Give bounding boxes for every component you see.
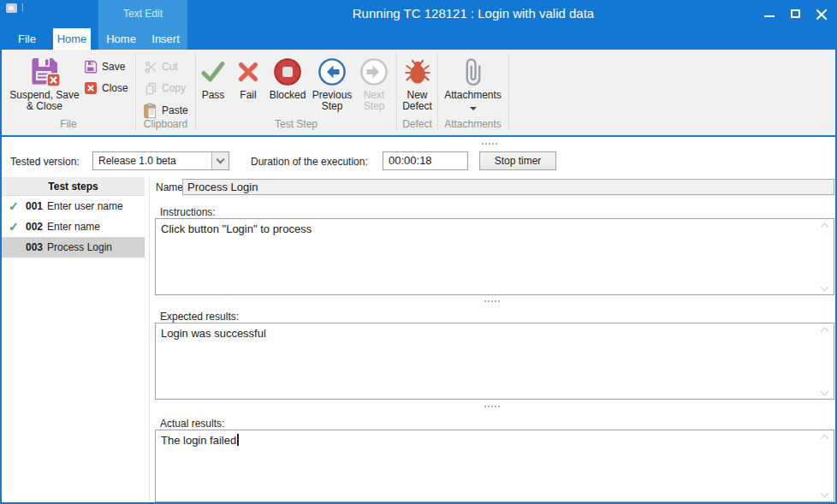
test-steps-panel: Test steps ✓ 001 Enter user name ✓ 002 E…: [2, 177, 145, 502]
actual-results-label: Actual results:: [160, 418, 224, 430]
save-button[interactable]: Save: [84, 57, 125, 76]
copy-button[interactable]: Copy: [145, 79, 186, 98]
expected-results-text: Login was successful: [161, 327, 266, 340]
window-title: Running TC 128121 : Login with valid dat…: [353, 0, 594, 28]
text-cursor: [237, 434, 238, 446]
titlebar: Text Edit Running TC 128121 : Login with…: [0, 0, 837, 28]
actual-results-textarea[interactable]: The login failed: [155, 430, 834, 502]
combo-dropdown-button[interactable]: [211, 152, 229, 169]
step-row-002[interactable]: ✓ 002 Enter name: [2, 216, 145, 237]
scroll-up-icon[interactable]: [821, 328, 829, 336]
tab-file[interactable]: File: [7, 28, 47, 50]
paperclip-icon: [464, 56, 483, 88]
contextual-tabs: Home Insert: [98, 28, 187, 50]
ribbon-group-clipboard: Cut Copy Paste Clipboard: [136, 51, 195, 132]
panel-splitter[interactable]: [149, 175, 150, 502]
scroll-down-icon[interactable]: [821, 283, 829, 292]
fail-button[interactable]: Fail: [230, 51, 266, 101]
next-step-button[interactable]: Next Step: [355, 51, 393, 112]
execution-toolbar: Tested version: Release 1.0 beta Duratio…: [0, 137, 837, 175]
pass-button[interactable]: Pass: [196, 51, 230, 101]
contextual-tab-home[interactable]: Home: [103, 28, 140, 50]
ribbon-group-defect: New Defect Defect: [397, 51, 437, 132]
close-icon: [816, 9, 827, 20]
arrow-right-circle-icon: [359, 56, 389, 88]
pass-button-label: Pass: [202, 90, 225, 101]
scissors-icon: [145, 61, 157, 74]
step-label: Enter name: [47, 216, 100, 237]
new-defect-button[interactable]: New Defect: [398, 51, 437, 112]
stop-timer-button[interactable]: Stop timer: [479, 151, 556, 170]
expected-results-label: Expected results:: [160, 311, 239, 323]
tested-version-combobox[interactable]: Release 1.0 beta: [92, 151, 229, 170]
step-passed-check-icon: ✓: [9, 216, 19, 237]
next-step-label-line2: Step: [364, 101, 385, 112]
close-button[interactable]: [808, 0, 834, 28]
group-label-clipboard: Clipboard: [136, 118, 195, 130]
expected-results-textarea[interactable]: Login was successful: [155, 323, 834, 400]
ribbon-group-attachments: Attachments Attachments: [438, 51, 508, 132]
scroll-up-icon[interactable]: [821, 435, 829, 443]
cut-button[interactable]: Cut: [145, 57, 178, 76]
step-row-003-selected[interactable]: 003 Process Login: [2, 237, 145, 258]
chevron-down-icon: [217, 156, 225, 164]
attachments-button[interactable]: Attachments: [439, 51, 508, 110]
main-area: Test steps ✓ 001 Enter user name ✓ 002 E…: [0, 175, 837, 504]
instructions-text: Click button "Login" to process: [161, 222, 312, 235]
duration-label: Duration of the execution:: [251, 156, 368, 168]
contextual-group-caption: Text Edit: [98, 0, 187, 28]
x-mark-icon: [235, 56, 261, 88]
copy-button-label: Copy: [162, 82, 186, 94]
cut-button-label: Cut: [162, 61, 178, 73]
close-button-label: Close: [102, 82, 128, 94]
step-number: 001: [26, 196, 43, 216]
splitter-grip[interactable]: [482, 143, 484, 145]
paste-button[interactable]: Paste: [143, 101, 188, 120]
instructions-textarea[interactable]: Click button "Login" to process: [155, 218, 834, 295]
duration-input[interactable]: 00:00:18: [383, 151, 468, 170]
tab-home-selected[interactable]: Home: [53, 28, 91, 50]
scroll-up-icon[interactable]: [821, 223, 829, 232]
arrow-left-circle-icon: [318, 56, 347, 88]
group-label-test-step: Test Step: [196, 118, 396, 130]
scroll-down-icon[interactable]: [821, 388, 829, 396]
dropdown-caret-icon: [470, 107, 477, 110]
new-defect-label-line2: Defect: [402, 101, 432, 112]
save-close-icon: [28, 55, 61, 87]
name-field[interactable]: Process Login: [182, 179, 834, 195]
window-border: [0, 50, 2, 504]
bug-icon: [405, 56, 430, 88]
titlebar-divider: [22, 3, 23, 11]
actual-results-text: The login failed: [161, 434, 236, 447]
splitter-grip[interactable]: [484, 300, 486, 302]
step-label: Process Login: [47, 237, 112, 258]
stop-icon: [273, 56, 302, 88]
tested-version-value: Release 1.0 beta: [93, 155, 211, 167]
ribbon-close-button[interactable]: Close: [84, 79, 128, 98]
previous-step-button[interactable]: Previous Step: [309, 51, 355, 112]
window-controls: [757, 0, 834, 28]
maximize-button[interactable]: [782, 0, 808, 28]
splitter-grip[interactable]: [484, 406, 486, 407]
ribbon-bottom-accent: [0, 135, 837, 137]
app-icon[interactable]: [6, 3, 17, 13]
step-passed-check-icon: ✓: [9, 196, 19, 216]
save-button-label: Save: [102, 61, 125, 73]
suspend-save-close-label-line2: & Close: [7, 101, 82, 112]
fail-button-label: Fail: [240, 90, 256, 101]
minimize-button[interactable]: [757, 0, 782, 28]
group-label-attachments: Attachments: [438, 118, 508, 130]
contextual-tab-insert[interactable]: Insert: [148, 28, 183, 50]
ribbon: Suspend, Save & Close Save Close: [0, 50, 837, 135]
scroll-down-icon[interactable]: [821, 489, 829, 498]
blocked-button[interactable]: Blocked: [266, 51, 309, 101]
maximize-icon: [791, 9, 800, 18]
step-label: Enter user name: [47, 196, 123, 216]
suspend-save-close-button[interactable]: Suspend, Save & Close: [7, 53, 82, 118]
group-separator: [508, 53, 509, 130]
ribbon-tab-row: File Home Home Insert: [0, 28, 837, 50]
paste-button-label: Paste: [162, 104, 188, 116]
step-row-001[interactable]: ✓ 001 Enter user name: [2, 196, 145, 216]
blocked-button-label: Blocked: [270, 90, 306, 101]
minimize-icon: [764, 15, 775, 17]
